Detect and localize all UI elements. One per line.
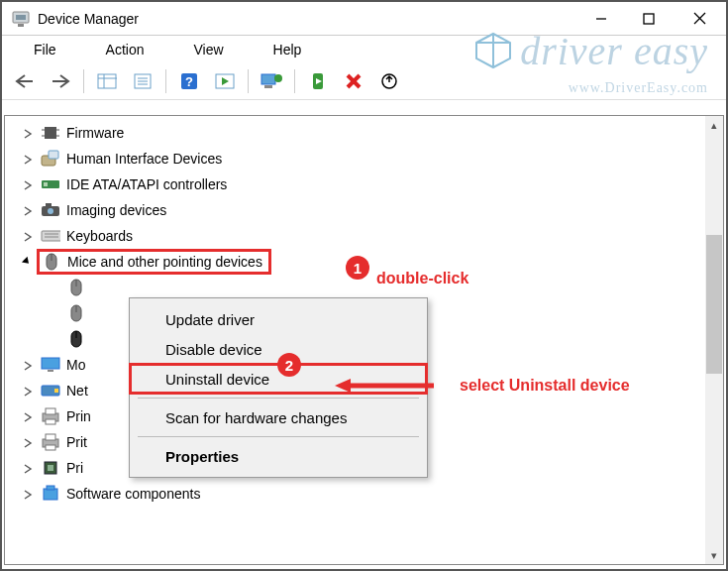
svg-rect-32 bbox=[49, 151, 58, 159]
menu-properties[interactable]: Properties bbox=[130, 441, 427, 471]
menu-scan-hardware[interactable]: Scan for hardware changes bbox=[130, 402, 427, 432]
tree-item-software-components[interactable]: Software components bbox=[9, 481, 705, 507]
svg-rect-34 bbox=[44, 182, 48, 186]
svg-marker-64 bbox=[335, 379, 351, 393]
svg-point-20 bbox=[274, 74, 282, 82]
svg-marker-17 bbox=[222, 77, 229, 85]
mouse-icon bbox=[66, 329, 86, 349]
uninstall-device-button[interactable] bbox=[337, 67, 370, 95]
svg-rect-2 bbox=[18, 24, 24, 27]
svg-text:?: ? bbox=[185, 74, 193, 89]
tree-item-keyboards[interactable]: Keyboards bbox=[9, 223, 705, 249]
tree-item-label: Software components bbox=[66, 486, 200, 502]
tree-item-imaging[interactable]: Imaging devices bbox=[9, 197, 705, 223]
expand-caret-icon[interactable] bbox=[23, 384, 35, 396]
properties-button[interactable] bbox=[126, 67, 159, 95]
menu-view[interactable]: View bbox=[169, 40, 247, 59]
close-button[interactable] bbox=[673, 2, 726, 36]
menu-action[interactable]: Action bbox=[82, 40, 168, 59]
svg-rect-57 bbox=[46, 434, 55, 440]
svg-rect-54 bbox=[46, 408, 55, 414]
menu-update-driver[interactable]: Update driver bbox=[130, 304, 427, 334]
expand-caret-icon[interactable] bbox=[23, 152, 35, 164]
expand-caret-icon[interactable] bbox=[23, 409, 35, 421]
svg-rect-18 bbox=[261, 74, 275, 84]
tree-item-hid[interactable]: Human Interface Devices bbox=[9, 146, 705, 171]
titlebar: Device Manager bbox=[2, 2, 726, 36]
tree-item-label: IDE ATA/ATAPI controllers bbox=[66, 176, 227, 192]
expand-caret-icon[interactable] bbox=[23, 229, 35, 241]
hid-icon bbox=[41, 149, 60, 169]
menu-separator bbox=[138, 436, 419, 437]
annotation-badge-1: 1 bbox=[346, 256, 369, 280]
svg-rect-7 bbox=[98, 74, 116, 88]
printer-icon bbox=[41, 406, 60, 426]
show-hide-tree-button[interactable] bbox=[90, 67, 124, 95]
expand-caret-icon[interactable] bbox=[23, 203, 35, 215]
svg-rect-62 bbox=[47, 486, 54, 490]
monitor-icon bbox=[41, 355, 60, 375]
expand-caret-icon[interactable] bbox=[23, 126, 35, 138]
svg-rect-1 bbox=[16, 15, 26, 20]
maximize-button[interactable] bbox=[625, 2, 673, 36]
svg-rect-50 bbox=[48, 370, 53, 372]
printer-icon bbox=[41, 432, 60, 452]
expand-caret-icon[interactable] bbox=[23, 177, 35, 189]
chip-icon bbox=[41, 123, 60, 143]
expand-caret-icon[interactable] bbox=[23, 487, 35, 499]
svg-rect-37 bbox=[46, 203, 52, 207]
svg-rect-4 bbox=[644, 14, 654, 24]
tree-item-label: Mice and other pointing devices bbox=[67, 254, 262, 270]
expand-caret-icon[interactable] bbox=[23, 461, 35, 473]
annotation-arrow-icon bbox=[335, 377, 434, 395]
scroll-up-button[interactable]: ▴ bbox=[705, 116, 723, 134]
menu-separator bbox=[138, 398, 419, 399]
ide-icon bbox=[41, 174, 60, 194]
svg-rect-38 bbox=[42, 231, 60, 241]
network-icon bbox=[41, 381, 60, 400]
tree-item-label: Human Interface Devices bbox=[66, 151, 222, 167]
disable-device-button[interactable] bbox=[372, 67, 406, 95]
help-button[interactable]: ? bbox=[172, 67, 206, 95]
svg-rect-61 bbox=[44, 489, 57, 500]
update-driver-button[interactable] bbox=[255, 67, 288, 95]
keyboard-icon bbox=[41, 226, 60, 246]
window-title: Device Manager bbox=[38, 11, 139, 27]
svg-rect-52 bbox=[54, 389, 58, 393]
forward-button[interactable] bbox=[44, 67, 77, 95]
mouse-icon bbox=[42, 252, 61, 272]
tree-item-label: Mo bbox=[66, 357, 85, 373]
expand-caret-icon[interactable] bbox=[23, 435, 35, 447]
toolbar: ? bbox=[2, 65, 726, 100]
tree-item-label: Net bbox=[66, 383, 88, 399]
scroll-down-button[interactable]: ▾ bbox=[705, 546, 723, 564]
tree-item-label: Prit bbox=[66, 434, 87, 450]
scan-hardware-button[interactable] bbox=[208, 67, 242, 95]
annotation-text-1: double-click bbox=[376, 270, 468, 287]
collapse-caret-icon[interactable] bbox=[21, 253, 38, 270]
svg-rect-49 bbox=[42, 358, 59, 369]
tree-item-ide[interactable]: IDE ATA/ATAPI controllers bbox=[9, 171, 705, 197]
annotation-text-2: select Uninstall device bbox=[460, 377, 630, 395]
scroll-thumb[interactable] bbox=[706, 235, 722, 374]
tree-item-label: Pri bbox=[66, 460, 83, 476]
back-button[interactable] bbox=[8, 67, 42, 95]
menu-help[interactable]: Help bbox=[250, 40, 326, 59]
svg-rect-26 bbox=[45, 127, 56, 139]
vertical-scrollbar[interactable]: ▴ ▾ bbox=[705, 116, 723, 564]
tree-item-label: Imaging devices bbox=[66, 202, 166, 218]
expand-caret-icon[interactable] bbox=[23, 358, 35, 370]
cpu-icon bbox=[41, 458, 60, 478]
enable-device-button[interactable] bbox=[301, 67, 335, 95]
tree-item-label: Firmware bbox=[66, 125, 124, 141]
mouse-icon bbox=[66, 278, 86, 297]
component-icon bbox=[41, 484, 60, 504]
svg-rect-60 bbox=[48, 465, 53, 471]
svg-rect-58 bbox=[46, 445, 55, 450]
menu-file[interactable]: File bbox=[10, 40, 80, 59]
menubar: File Action View Help bbox=[2, 36, 726, 65]
minimize-button[interactable] bbox=[577, 2, 625, 36]
mouse-icon bbox=[66, 303, 86, 323]
tree-item-label: Keyboards bbox=[66, 228, 133, 244]
tree-item-firmware[interactable]: Firmware bbox=[9, 120, 705, 146]
